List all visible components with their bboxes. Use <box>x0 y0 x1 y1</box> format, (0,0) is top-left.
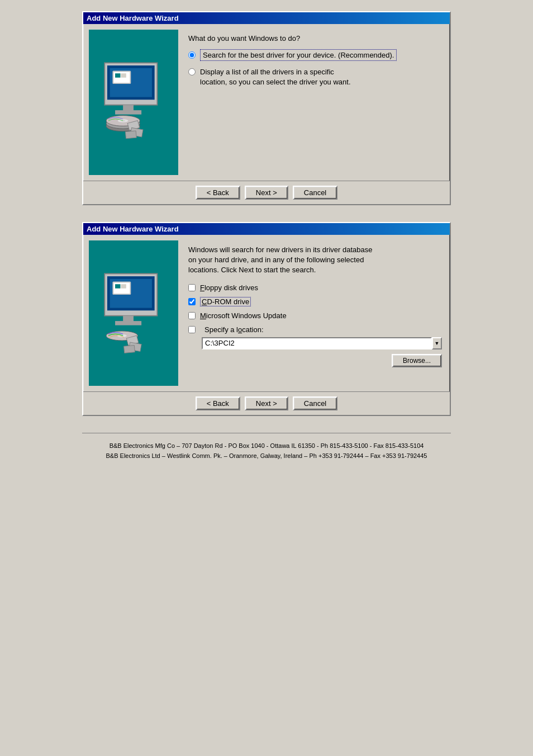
svg-rect-5 <box>115 73 120 78</box>
footer: B&B Electronics Mfg Co – 707 Dayton Rd -… <box>82 433 451 461</box>
computer-icon-2 <box>94 268 173 358</box>
dialog1-next-button[interactable]: Next > <box>245 186 288 200</box>
dialog1-title: Add New Hardware Wizard <box>87 14 179 22</box>
dialog2-image <box>89 240 178 386</box>
dialog1-body: What do you want Windows to do? Search f… <box>83 24 450 181</box>
specify-label: Specify a location: <box>204 325 264 334</box>
footer-line1: B&B Electronics Mfg Co – 707 Dayton Rd -… <box>82 441 451 451</box>
computer-icon <box>94 58 173 147</box>
svg-rect-31 <box>124 346 135 353</box>
svg-rect-23 <box>121 284 126 289</box>
dialog2-title: Add New Hardware Wizard <box>87 225 179 233</box>
radio-display-list[interactable] <box>188 68 196 75</box>
dialog1-cancel-button[interactable]: Cancel <box>293 186 337 200</box>
svg-rect-6 <box>121 73 126 78</box>
footer-line2: B&B Electronics Ltd – Westlink Comm. Pk.… <box>82 451 451 461</box>
browse-button[interactable]: Browse... <box>392 354 442 367</box>
dialog1-back-button[interactable]: < Back <box>196 186 240 200</box>
radio-search-best[interactable] <box>188 51 196 59</box>
dialog1-titlebar: Add New Hardware Wizard <box>83 12 450 24</box>
dialog2-description: Windows will search for new drivers in i… <box>188 245 442 276</box>
dialog2-footer: < Back Next > Cancel <box>83 391 450 415</box>
browse-row: Browse... <box>188 354 442 367</box>
dialog1: Add New Hardware Wizard <box>82 11 451 205</box>
floppy-label: Floppy disk drives <box>200 284 258 292</box>
dialog2-next-button[interactable]: Next > <box>245 396 288 410</box>
dialog2-specify-row: Specify a location: <box>188 325 442 334</box>
svg-rect-25 <box>115 321 141 325</box>
location-input[interactable] <box>202 337 432 349</box>
dialog1-image <box>89 30 178 175</box>
dialog1-option2: Display a list of all the drivers in a s… <box>188 67 442 87</box>
dialog1-option1-label: Search for the best driver for your devi… <box>200 49 397 61</box>
dialog2-floppy-option: Floppy disk drives <box>188 284 442 292</box>
dialog1-footer: < Back Next > Cancel <box>83 181 450 204</box>
dialog2: Add New Hardware Wizard <box>82 222 451 416</box>
svg-rect-22 <box>115 284 120 289</box>
cdrom-label: CD-ROM drive <box>200 297 251 306</box>
dialog1-question: What do you want Windows to do? <box>188 34 442 42</box>
location-dropdown-arrow[interactable]: ▼ <box>432 337 442 349</box>
dialog2-body: Windows will search for new drivers in i… <box>83 235 450 391</box>
dialog2-content: Windows will search for new drivers in i… <box>186 240 444 386</box>
location-input-row: ▼ <box>202 337 442 349</box>
dialog1-content: What do you want Windows to do? Search f… <box>186 30 444 175</box>
svg-rect-16 <box>125 131 136 139</box>
dialog2-cancel-button[interactable]: Cancel <box>293 396 337 410</box>
dialog2-back-button[interactable]: < Back <box>196 396 240 410</box>
dialog2-cdrom-option: CD-ROM drive <box>188 297 442 306</box>
svg-rect-8 <box>115 110 141 115</box>
specify-checkbox[interactable] <box>188 326 196 333</box>
dialog2-titlebar: Add New Hardware Wizard <box>83 223 450 235</box>
cdrom-checkbox[interactable] <box>188 298 196 305</box>
windows-update-label: Microsoft Windows Update <box>200 311 287 320</box>
windows-update-checkbox[interactable] <box>188 312 196 319</box>
dialog1-option1: Search for the best driver for your devi… <box>188 50 442 60</box>
dialog2-windows-update-option: Microsoft Windows Update <box>188 311 442 320</box>
floppy-checkbox[interactable] <box>188 284 196 291</box>
